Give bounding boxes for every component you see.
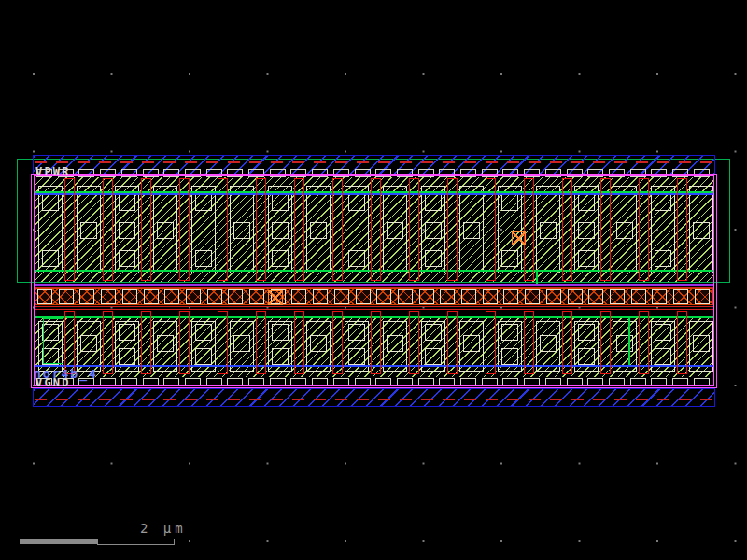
poly-gate-pmos (409, 178, 419, 281)
contact-square (578, 324, 595, 341)
contact-square (693, 335, 710, 352)
poly-gate-nmos (600, 311, 611, 374)
contact-square (119, 324, 135, 341)
via-x-marker (268, 290, 283, 305)
poly-contact-square (503, 289, 518, 304)
contact-square (348, 324, 365, 341)
contact-square (42, 194, 59, 211)
contact-square (233, 335, 250, 352)
poly-contact-square (652, 289, 667, 304)
scale-label: 2 µm (140, 521, 187, 536)
contact-square (195, 348, 212, 365)
contact-square (195, 324, 212, 341)
poly-gate-nmos (294, 311, 304, 374)
poly-gate-pmos (332, 178, 343, 281)
contact-square (501, 348, 518, 365)
contact-square (348, 194, 365, 211)
contact-square (80, 335, 97, 352)
poly-contact-square (461, 289, 476, 304)
poly-gate-nmos (141, 311, 151, 374)
poly-gate-nmos (409, 311, 419, 374)
contact-square (425, 324, 442, 341)
contact-square (157, 222, 174, 239)
contact-square (119, 348, 135, 365)
poly-gate-nmos (677, 311, 687, 374)
contact-square (80, 222, 97, 239)
poly-gate-nmos (256, 311, 266, 374)
poly-gate-pmos (677, 178, 687, 281)
tap-outline (43, 318, 63, 364)
contact-square (425, 194, 442, 211)
contact-square (578, 348, 595, 365)
contact-square (348, 348, 365, 365)
poly-contact-square (37, 289, 52, 304)
poly-contact-square (228, 289, 243, 304)
poly-gate-pmos (179, 178, 190, 281)
poly-contact-square (568, 289, 583, 304)
contact-square (119, 222, 135, 239)
poly-contact-square (610, 289, 625, 304)
contact-square (616, 335, 633, 352)
poly-gate-pmos (371, 178, 381, 281)
contact-square (425, 250, 442, 267)
poly-gate-pmos (218, 178, 228, 281)
contact-square (157, 335, 174, 352)
poly-contact-square (291, 289, 306, 304)
contact-square (655, 348, 671, 365)
poly-contact-square (207, 289, 222, 304)
contact-square (540, 222, 557, 239)
poly-gate-nmos (218, 311, 228, 374)
contact-square (387, 222, 403, 239)
contact-square (387, 335, 403, 352)
scale-bar-filled-segment (20, 539, 97, 544)
contact-square (272, 324, 289, 341)
poly-gate-pmos (639, 178, 649, 281)
contact-square (233, 222, 250, 239)
magic-layout-viewport: VPWR nor4b_4 VGND 2 µm (0, 0, 747, 560)
poly-contact-square (588, 289, 603, 304)
contact-square (578, 194, 595, 211)
poly-contact-square (144, 289, 159, 304)
poly-gate-pmos (600, 178, 611, 281)
contact-square (195, 250, 212, 267)
contact-square (272, 194, 289, 211)
poly-contact-square (376, 289, 391, 304)
poly-contact-square (79, 289, 94, 304)
contact-square (42, 250, 59, 267)
poly-gate-pmos (294, 178, 304, 281)
contact-square (655, 324, 671, 341)
scale-bar-hollow-segment (97, 539, 175, 545)
via-x-marker (512, 231, 526, 245)
poly-gate-nmos (179, 311, 190, 374)
poly-gate-pmos (562, 178, 572, 281)
contact-square (501, 250, 518, 267)
poly-gate-nmos (371, 311, 381, 374)
poly-gate-pmos (141, 178, 151, 281)
contact-square (119, 194, 135, 211)
poly-contact-square (164, 289, 179, 304)
contact-square (119, 250, 135, 267)
poly-gate-nmos (447, 311, 458, 374)
poly-contact-square (101, 289, 116, 304)
poly-contact-square (673, 289, 688, 304)
poly-contact-square (440, 289, 455, 304)
label-vpwr: VPWR (35, 166, 71, 177)
poly-contact-square (525, 289, 540, 304)
poly-contact-square (546, 289, 561, 304)
contact-square (540, 335, 557, 352)
poly-contact-square (483, 289, 498, 304)
poly-contact-square (186, 289, 201, 304)
poly-contact-square (419, 289, 434, 304)
contact-square (501, 194, 518, 211)
poly-gate-pmos (524, 178, 534, 281)
vgnd-rail-contact-dash (35, 399, 713, 400)
poly-gate-pmos (486, 178, 496, 281)
poly-contact-square (398, 289, 413, 304)
poly-gate-pmos (103, 178, 113, 281)
contact-square (655, 250, 671, 267)
contact-square (578, 250, 595, 267)
poly-gate-nmos (64, 311, 75, 374)
poly-contact-square (59, 289, 74, 304)
contact-square (655, 194, 671, 211)
contact-square (310, 335, 327, 352)
